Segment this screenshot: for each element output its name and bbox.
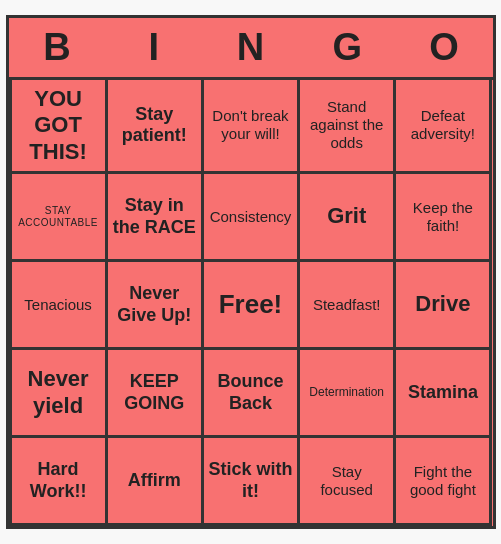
cell-text-10: Tenacious [24, 296, 92, 314]
cell-text-23: Stay focused [304, 463, 389, 499]
bingo-cell-11[interactable]: Never Give Up! [108, 262, 204, 350]
bingo-cell-14[interactable]: Drive [396, 262, 492, 350]
cell-text-15: Never yield [16, 366, 101, 419]
header-o: O [396, 18, 493, 77]
bingo-cell-4[interactable]: Defeat adversity! [396, 80, 492, 174]
bingo-cell-23[interactable]: Stay focused [300, 438, 396, 526]
header-g: G [299, 18, 396, 77]
header-i: I [105, 18, 202, 77]
bingo-cell-16[interactable]: KEEP GOING [108, 350, 204, 438]
cell-text-9: Keep the faith! [400, 199, 485, 235]
bingo-cell-0[interactable]: YOU GOT THIS! [12, 80, 108, 174]
header-b: B [9, 18, 106, 77]
bingo-cell-3[interactable]: Stand against the odds [300, 80, 396, 174]
cell-text-0: YOU GOT THIS! [16, 86, 101, 165]
bingo-cell-13[interactable]: Steadfast! [300, 262, 396, 350]
bingo-cell-9[interactable]: Keep the faith! [396, 174, 492, 262]
cell-text-8: Grit [327, 203, 366, 229]
bingo-cell-2[interactable]: Don't break your will! [204, 80, 300, 174]
cell-text-14: Drive [415, 291, 470, 317]
cell-text-18: Determination [309, 385, 384, 399]
bingo-card: B I N G O YOU GOT THIS!Stay patient!Don'… [6, 15, 496, 529]
bingo-grid: YOU GOT THIS!Stay patient!Don't break yo… [9, 77, 493, 526]
bingo-cell-22[interactable]: Stick with it! [204, 438, 300, 526]
cell-text-20: Hard Work!! [16, 459, 101, 502]
bingo-cell-20[interactable]: Hard Work!! [12, 438, 108, 526]
bingo-cell-15[interactable]: Never yield [12, 350, 108, 438]
bingo-cell-6[interactable]: Stay in the RACE [108, 174, 204, 262]
cell-text-12: Free! [219, 289, 283, 320]
cell-text-22: Stick with it! [208, 459, 293, 502]
cell-text-19: Stamina [408, 382, 478, 404]
cell-text-13: Steadfast! [313, 296, 381, 314]
bingo-cell-7[interactable]: Consistency [204, 174, 300, 262]
cell-text-1: Stay patient! [112, 104, 197, 147]
bingo-cell-18[interactable]: Determination [300, 350, 396, 438]
bingo-header: B I N G O [9, 18, 493, 77]
cell-text-4: Defeat adversity! [400, 107, 485, 143]
cell-text-7: Consistency [210, 208, 292, 226]
cell-text-21: Affirm [128, 470, 181, 492]
cell-text-24: Fight the good fight [400, 463, 485, 499]
cell-text-5: STAY ACCOUNTABLE [16, 205, 101, 229]
bingo-cell-19[interactable]: Stamina [396, 350, 492, 438]
cell-text-17: Bounce Back [208, 371, 293, 414]
bingo-cell-1[interactable]: Stay patient! [108, 80, 204, 174]
bingo-cell-24[interactable]: Fight the good fight [396, 438, 492, 526]
bingo-cell-12[interactable]: Free! [204, 262, 300, 350]
cell-text-3: Stand against the odds [304, 98, 389, 152]
header-n: N [202, 18, 299, 77]
cell-text-16: KEEP GOING [112, 371, 197, 414]
bingo-cell-17[interactable]: Bounce Back [204, 350, 300, 438]
bingo-cell-10[interactable]: Tenacious [12, 262, 108, 350]
cell-text-6: Stay in the RACE [112, 195, 197, 238]
cell-text-2: Don't break your will! [208, 107, 293, 143]
bingo-cell-21[interactable]: Affirm [108, 438, 204, 526]
bingo-cell-8[interactable]: Grit [300, 174, 396, 262]
cell-text-11: Never Give Up! [112, 283, 197, 326]
bingo-cell-5[interactable]: STAY ACCOUNTABLE [12, 174, 108, 262]
